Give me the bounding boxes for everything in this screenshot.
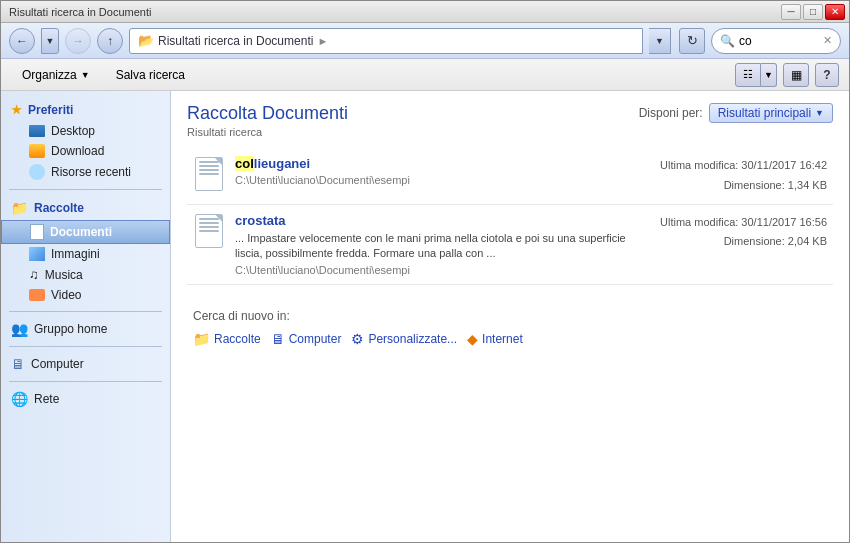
desktop-icon — [29, 125, 45, 137]
close-button[interactable]: ✕ — [825, 4, 845, 20]
personalizzate-search-label: Personalizzate... — [368, 332, 457, 346]
content-header: Raccolta Documenti Risultati ricerca Dis… — [187, 103, 833, 138]
computer-search-label: Computer — [289, 332, 342, 346]
sidebar: ★ Preferiti Desktop Download Risorse rec… — [1, 91, 171, 543]
gruppo-label: Gruppo home — [34, 322, 107, 336]
raccolte-search-icon: 📁 — [193, 331, 210, 347]
window-controls: ─ □ ✕ — [781, 4, 845, 20]
search-internet-button[interactable]: ◆ Internet — [467, 331, 523, 347]
raccolte-search-label: Raccolte — [214, 332, 261, 346]
content-area: Raccolta Documenti Risultati ricerca Dis… — [171, 91, 849, 543]
content-title: Raccolta Documenti — [187, 103, 348, 124]
rete-icon: 🌐 — [11, 391, 28, 407]
immagini-icon — [29, 247, 45, 261]
sidebar-item-rete[interactable]: 🌐 Rete — [1, 388, 170, 410]
sidebar-item-video[interactable]: Video — [1, 285, 170, 305]
download-icon — [29, 144, 45, 158]
organizza-label: Organizza — [22, 68, 77, 82]
maximize-button[interactable]: □ — [803, 4, 823, 20]
risultati-principali-button[interactable]: Risultati principali ▼ — [709, 103, 833, 123]
result-name-1: collieuganei — [235, 156, 650, 171]
rete-label: Rete — [34, 392, 59, 406]
result-info-2: crostata ... Impastare velocemente con l… — [235, 213, 650, 277]
sidebar-item-immagini[interactable]: Immagini — [1, 244, 170, 264]
organizza-dropdown-icon: ▼ — [81, 70, 90, 80]
main-layout: ★ Preferiti Desktop Download Risorse rec… — [1, 91, 849, 543]
result-excerpt-2: ... Impastare velocemente con le mani pr… — [235, 231, 650, 262]
help-button[interactable]: ? — [815, 63, 839, 87]
immagini-label: Immagini — [51, 247, 100, 261]
result-modified-label-2: Ultima modifica: 30/11/2017 16:56 — [660, 213, 827, 233]
search-personalizzate-button[interactable]: ⚙ Personalizzate... — [351, 331, 457, 347]
result-name-highlight-1: col — [235, 156, 254, 171]
result-meta-1: Ultima modifica: 30/11/2017 16:42 Dimens… — [660, 156, 827, 196]
salva-label: Salva ricerca — [116, 68, 185, 82]
forward-button[interactable]: → — [65, 28, 91, 54]
result-item-crostata[interactable]: crostata ... Impastare velocemente con l… — [187, 205, 833, 286]
sidebar-divider-4 — [9, 381, 162, 382]
result-size-2: Dimensione: 2,04 KB — [660, 232, 827, 252]
sidebar-section-raccolte: 📁 Raccolte Documenti Immagini ♫ Musica V… — [1, 196, 170, 305]
sidebar-header-raccolte[interactable]: 📁 Raccolte — [1, 196, 170, 220]
document-icon-2 — [195, 214, 223, 248]
excerpt-highlight-1: con — [365, 232, 383, 244]
result-name-2: crostata — [235, 213, 650, 228]
documenti-icon — [30, 224, 44, 240]
sidebar-section-preferiti: ★ Preferiti Desktop Download Risorse rec… — [1, 99, 170, 183]
desktop-label: Desktop — [51, 124, 95, 138]
video-label: Video — [51, 288, 81, 302]
view-mode-button[interactable]: ☷ — [735, 63, 761, 87]
back-button[interactable]: ← — [9, 28, 35, 54]
view-dropdown-button[interactable]: ▼ — [761, 63, 777, 87]
sidebar-item-documenti[interactable]: Documenti — [1, 220, 170, 244]
result-meta-2: Ultima modifica: 30/11/2017 16:56 Dimens… — [660, 213, 827, 253]
search-box[interactable]: 🔍 ✕ — [711, 28, 841, 54]
up-button[interactable]: ↑ — [97, 28, 123, 54]
toolbar-right: ☷ ▼ ▦ ? — [735, 63, 839, 87]
computer-icon: 🖥 — [11, 356, 25, 372]
search-computer-button[interactable]: 🖥 Computer — [271, 331, 342, 347]
disponi-row: Disponi per: Risultati principali ▼ — [639, 103, 833, 123]
view-control: ☷ ▼ — [735, 63, 777, 87]
star-icon: ★ — [11, 103, 22, 117]
search-raccolte-button[interactable]: 📁 Raccolte — [193, 331, 261, 347]
result-path-1: C:\Utenti\luciano\Documenti\esempi — [235, 174, 650, 186]
back-dropdown-button[interactable]: ▼ — [41, 28, 59, 54]
sidebar-item-risorse[interactable]: Risorse recenti — [1, 161, 170, 183]
result-item-collieuganei[interactable]: collieuganei C:\Utenti\luciano\Documenti… — [187, 148, 833, 205]
documenti-label: Documenti — [50, 225, 112, 239]
minimize-button[interactable]: ─ — [781, 4, 801, 20]
result-icon-2 — [193, 213, 225, 249]
sidebar-item-download[interactable]: Download — [1, 141, 170, 161]
search-again-section: Cerca di nuovo in: 📁 Raccolte 🖥 Computer… — [187, 299, 833, 357]
download-label: Download — [51, 144, 104, 158]
personalizzate-search-icon: ⚙ — [351, 331, 364, 347]
disponi-label: Disponi per: — [639, 106, 703, 120]
refresh-button[interactable]: ↻ — [679, 28, 705, 54]
sidebar-item-computer[interactable]: 🖥 Computer — [1, 353, 170, 375]
result-name-rest-1: lieuganei — [254, 156, 310, 171]
excerpt-highlight-2: con — [466, 247, 484, 259]
sidebar-header-preferiti[interactable]: ★ Preferiti — [1, 99, 170, 121]
risorse-icon — [29, 164, 45, 180]
address-dropdown-button[interactable]: ▼ — [649, 28, 671, 54]
risorse-label: Risorse recenti — [51, 165, 131, 179]
result-size-1: Dimensione: 1,34 KB — [660, 176, 827, 196]
sidebar-item-desktop[interactable]: Desktop — [1, 121, 170, 141]
sidebar-section-gruppo: 👥 Gruppo home — [1, 318, 170, 340]
sidebar-item-gruppo[interactable]: 👥 Gruppo home — [1, 318, 170, 340]
search-clear-button[interactable]: ✕ — [823, 34, 832, 47]
gruppo-icon: 👥 — [11, 321, 28, 337]
risultati-dropdown-icon: ▼ — [815, 108, 824, 118]
result-path-2: C:\Utenti\luciano\Documenti\esempi — [235, 264, 650, 276]
sidebar-item-musica[interactable]: ♫ Musica — [1, 264, 170, 285]
search-input[interactable] — [739, 34, 819, 48]
musica-label: Musica — [45, 268, 83, 282]
organizza-button[interactable]: Organizza ▼ — [11, 63, 101, 87]
preferiti-label: Preferiti — [28, 103, 73, 117]
sidebar-divider-3 — [9, 346, 162, 347]
address-field[interactable]: 📂 Risultati ricerca in Documenti ► — [129, 28, 643, 54]
salva-ricerca-button[interactable]: Salva ricerca — [105, 63, 196, 87]
video-icon — [29, 289, 45, 301]
pane-button[interactable]: ▦ — [783, 63, 809, 87]
